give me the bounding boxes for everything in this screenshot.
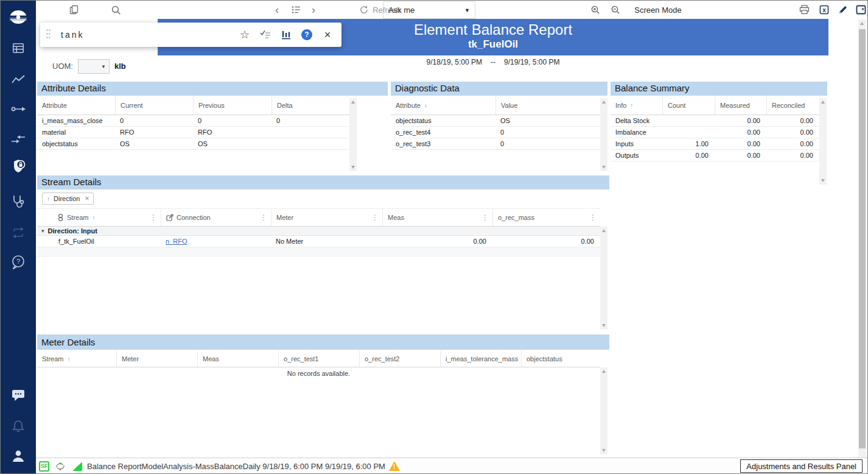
group-by-direction-chip[interactable]: ↑ Direction × [42,193,94,205]
print-icon[interactable] [796,1,813,19]
page-scrollbar[interactable] [858,19,866,458]
diagnostic-data-column-headers: Attribute↓ Value [391,96,600,115]
sidebar-item-chat-icon[interactable] [1,384,36,405]
attribute-details-header: Attribute Details [37,82,388,96]
list-view-icon[interactable] [289,1,304,19]
table-row[interactable]: i_meas_mass_close000 [37,115,349,127]
sidebar-item-user-icon[interactable] [1,445,36,466]
table-row[interactable]: o_rec_test40 [391,127,600,138]
diagnostic-data-scrollbar[interactable] [600,98,607,171]
column-header[interactable]: i_meas_tolerance_mass [440,351,521,367]
connection-icon [166,214,173,221]
sidebar-item-merge-icon[interactable] [1,129,36,150]
column-header[interactable]: Delta [271,96,349,115]
close-search-icon[interactable]: × [317,26,338,44]
column-header[interactable]: Info↑ [611,96,662,115]
sidebar-item-security-icon[interactable] [1,155,36,179]
column-header[interactable]: Connection ⋮ [161,209,271,226]
report-period: 9/18/19, 5:00 PM--9/19/19, 5:00 PM [158,58,828,66]
column-menu-icon[interactable]: ⋮ [481,213,489,222]
uom-label: UOM: [52,62,73,71]
table-row[interactable]: Imbalance0.000.00 [611,127,819,138]
column-menu-icon[interactable]: ⋮ [260,213,267,222]
sidebar-item-repeat-icon[interactable] [1,222,36,243]
sidebar-item-flow-icon[interactable] [1,99,36,119]
connection-link[interactable]: n_RFO [166,238,187,245]
uom-select[interactable]: ▼ [78,59,110,74]
ask-me-dropdown[interactable]: Ask me ▼ [383,1,475,19]
sidebar-item-trend-icon[interactable] [1,69,36,90]
column-header[interactable]: o_rec_mass⋮ [492,209,600,226]
screen-mode-label[interactable]: Screen Mode [628,1,688,19]
column-header[interactable]: o_rec_test1 [278,351,359,367]
search-icon[interactable] [107,1,125,19]
table-row[interactable]: Delta Stock0.000.00 [611,115,819,127]
sf-status-icon[interactable]: SF [39,461,49,472]
column-header[interactable]: o_rec_test2 [359,351,440,367]
sidebar-item-help-icon[interactable]: ? [1,252,36,272]
column-header[interactable]: Stream↑ ⋮ [37,209,161,226]
column-header[interactable]: Count [662,96,715,115]
table-row[interactable]: objectstatusOSOS [37,138,349,150]
column-header[interactable]: objectstatus [521,351,600,367]
search-input[interactable]: tank [61,30,234,40]
column-menu-icon[interactable]: ⋮ [371,213,379,222]
drag-handle-icon[interactable] [46,29,54,40]
nav-previous-icon[interactable]: ‹ [271,1,283,19]
copy-page-icon[interactable] [65,1,83,19]
stream-details-column-headers: Stream↑ ⋮ Connection ⋮ Meter⋮ Meas⋮ o_re… [37,208,600,227]
table-row[interactable]: Inputs1.000.000.00 [611,138,819,150]
table-row[interactable]: o_rec_test30 [391,138,600,150]
sidebar-item-notifications-icon[interactable] [1,416,36,437]
top-toolbar: ‹ › Refresh Ask me ▼ Screen Mode x [36,1,868,19]
column-menu-icon[interactable]: ⋮ [589,213,597,222]
sidebar-item-diagnostics-icon[interactable] [1,191,36,212]
status-message: Balance ReportModelAnalysis-MassBalanceD… [87,462,385,471]
column-header[interactable]: Meas [197,351,278,367]
app-logo-icon[interactable] [1,5,36,30]
column-header[interactable]: Attribute [37,96,115,115]
warning-icon[interactable]: ! [389,461,400,471]
zoom-in-icon[interactable] [587,1,604,19]
table-row[interactable]: materialRFORFO [37,127,349,138]
stream-details-scrollbar[interactable] [600,227,607,330]
column-header[interactable]: Stream↑ [37,351,116,367]
edit-pencil-icon[interactable] [834,1,851,19]
sidebar-item-grid-icon[interactable] [1,38,36,58]
close-panel-icon[interactable]: x [852,1,868,19]
attribute-details-scrollbar[interactable] [349,98,357,171]
balance-summary-scrollbar[interactable] [819,98,827,185]
collapse-caret-icon: ▾ [41,228,44,234]
column-header[interactable]: Meter [116,351,197,367]
sort-asc-icon: ↑ [67,356,70,363]
group-row-direction-input[interactable]: ▾ Direction: Input [37,227,600,236]
column-header[interactable]: Meter⋮ [271,209,382,226]
column-header[interactable]: Value [495,96,600,115]
sync-status-icon[interactable] [54,460,66,472]
column-header[interactable]: Attribute↓ [391,96,495,115]
export-excel-icon[interactable]: x [816,1,833,19]
column-header[interactable]: Reconciled [766,96,819,115]
period-start: 9/18/19, 5:00 PM [427,58,482,66]
table-row[interactable]: f_tk_FuelOil n_RFO No Meter 0.00 0.00 [37,236,600,247]
remove-group-icon[interactable]: × [85,194,89,203]
balance-status-icon[interactable] [72,462,82,471]
favorite-star-icon[interactable]: ☆ [234,26,255,44]
table-row[interactable]: objectstatusOS [391,115,600,127]
checklist-icon[interactable] [255,26,276,44]
adjustments-results-panel-button[interactable]: Adjustments and Results Panel [740,459,863,473]
column-chart-icon[interactable] [276,26,296,44]
column-header[interactable]: Meas⋮ [382,209,492,226]
zoom-out-icon[interactable] [607,1,624,19]
column-menu-icon[interactable]: ⋮ [150,213,157,222]
svg-text:x: x [861,6,864,12]
uom-unit: klb [114,62,126,71]
nav-next-icon[interactable]: › [307,1,320,19]
meter-details-scrollbar[interactable] [600,367,607,455]
sort-asc-icon: ↑ [92,214,95,221]
column-header[interactable]: Current [115,96,193,115]
column-header[interactable]: Measured [715,96,766,115]
column-header[interactable]: Previous [193,96,271,115]
help-icon[interactable]: ? [296,26,317,44]
table-row[interactable]: Outputs0.000.000.00 [611,150,819,161]
